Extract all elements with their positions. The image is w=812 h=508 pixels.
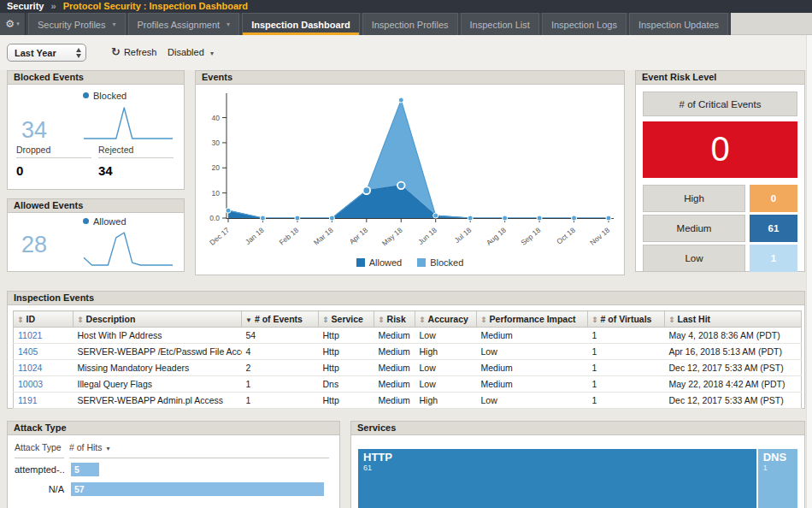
tab-inspection-logs[interactable]: Inspection Logs: [542, 13, 627, 35]
attack-type-label: attempted-..: [15, 464, 64, 475]
allowed-events-panel: Allowed Events 28 Allowed: [7, 198, 185, 272]
svg-text:May 18: May 18: [380, 226, 404, 248]
events-panel: Events 0.010203040Dec 17Jan 18Feb 18Mar …: [195, 70, 625, 275]
chevron-down-icon: ▾: [112, 21, 115, 28]
cell-last-hit: Apr 16, 2018 5:13 AM (PDT): [665, 344, 802, 360]
cell-risk: Medium: [374, 376, 415, 393]
blocked-events-panel: Blocked Events 34 Blocked Dropped 0 Reje…: [7, 70, 185, 190]
cell-virtuals: 1: [588, 376, 665, 393]
risk-label-low: Low: [643, 245, 745, 272]
svg-text:Feb 18: Feb 18: [277, 226, 300, 247]
cell-last-hit: May 22, 2018 4:42 AM (PDT): [665, 376, 802, 393]
panel-title: Events: [196, 71, 624, 85]
spark-legend: Blocked: [83, 91, 127, 101]
blocked-total: 34: [21, 117, 47, 144]
cell-performance-impact: Medium: [477, 376, 588, 393]
tab-inspection-profiles[interactable]: Inspection Profiles: [362, 13, 458, 35]
svg-text:30: 30: [212, 139, 221, 147]
sort-icon: ⇕: [378, 316, 385, 324]
column-header-events[interactable]: ▼# of Events: [242, 311, 319, 328]
panel-title: Blocked Events: [8, 71, 184, 85]
treemap-block-dns[interactable]: DNS 1: [758, 449, 797, 508]
attack-type-bar[interactable]: 57: [71, 482, 324, 496]
blocked-sparkline: [81, 102, 175, 141]
cell-last-hit: Dec 12, 2017 5:33 AM (PST): [665, 360, 802, 376]
event-id-link[interactable]: 1191: [18, 395, 38, 405]
events-legend: Allowed Blocked: [196, 257, 624, 268]
table-row: 1191 SERVER-WEBAPP Admin.pl Access 1 Htt…: [14, 393, 802, 409]
breadcrumb-section[interactable]: Security: [7, 1, 44, 11]
tab-label: Inspection List: [470, 20, 530, 30]
auto-refresh-dropdown[interactable]: Disabled ▾: [168, 47, 214, 57]
cell-service: Http: [319, 360, 374, 376]
tab-inspection-dashboard[interactable]: Inspection Dashboard: [242, 13, 360, 35]
cell-accuracy: Low: [415, 328, 477, 344]
svg-text:10: 10: [212, 189, 221, 198]
cell-performance-impact: Medium: [477, 328, 588, 344]
legend-dot-icon: [83, 92, 89, 98]
svg-text:Mar 18: Mar 18: [312, 226, 335, 247]
attack-type-row: attempted-.. 5: [15, 463, 331, 476]
cell-risk: Medium: [374, 360, 415, 376]
chevron-down-icon: ▾: [210, 50, 214, 57]
svg-text:Jan 18: Jan 18: [244, 226, 266, 246]
risk-label-medium: Medium: [643, 215, 745, 242]
cell-description: Illegal Query Flags: [74, 376, 242, 393]
column-header-last-hit[interactable]: ⇕Last Hit: [665, 311, 802, 328]
risk-label-high: High: [643, 185, 745, 212]
scrollbar[interactable]: [806, 35, 812, 508]
event-id-link[interactable]: 10003: [18, 379, 43, 389]
hits-sort-dropdown[interactable]: # of Hits▾: [69, 442, 329, 458]
svg-text:Sep 18: Sep 18: [519, 226, 542, 247]
svg-text:Aug 18: Aug 18: [485, 226, 508, 247]
legend-item-blocked: Blocked: [417, 257, 463, 268]
attack-type-bar[interactable]: 5: [71, 463, 99, 476]
sort-icon: ⇕: [591, 316, 598, 324]
critical-events-label: # of Critical Events: [643, 92, 797, 116]
column-header-virtuals[interactable]: ⇕# of Virtuals: [588, 311, 665, 328]
refresh-label: Refresh: [124, 47, 157, 57]
svg-text:0.0: 0.0: [209, 214, 220, 222]
table-row: 11024 Missing Mandatory Headers 2 Http M…: [14, 360, 802, 376]
attack-type-label: N/A: [15, 484, 64, 494]
column-header-description[interactable]: ⇕Description: [74, 311, 242, 328]
column-header-performance-impact[interactable]: ⇕Performance Impact: [477, 311, 588, 328]
refresh-button[interactable]: ↻ Refresh: [111, 46, 156, 57]
table-header-row: ⇕ID ⇕Description ▼# of Events ⇕Service ⇕…: [14, 311, 802, 328]
event-risk-level-panel: Event Risk Level # of Critical Events 0 …: [635, 70, 805, 272]
settings-menu-button[interactable]: ⚙▾: [0, 13, 26, 35]
event-id-link[interactable]: 11024: [18, 363, 42, 373]
column-header-service[interactable]: ⇕Service: [319, 311, 374, 328]
panel-title: Services: [351, 422, 804, 435]
cell-performance-impact: Low: [477, 344, 588, 360]
cell-description: Host With IP Address: [74, 328, 242, 344]
tab-security-profiles[interactable]: Security Profiles ▾: [28, 13, 126, 35]
events-stacked-area-chart: 0.010203040Dec 17Jan 18Feb 18Mar 18Apr 1…: [197, 86, 621, 256]
protocol-security-dashboard: Security » Protocol Security : Inspectio…: [0, 0, 812, 508]
column-header-accuracy[interactable]: ⇕Accuracy: [415, 311, 477, 328]
legend-swatch-allowed: [356, 258, 365, 267]
event-id-link[interactable]: 11021: [18, 330, 42, 340]
cell-events: 2: [242, 360, 319, 376]
tab-label: Profiles Assignment: [138, 20, 221, 30]
event-id-link[interactable]: 1405: [18, 346, 38, 357]
tab-label: Inspection Logs: [551, 20, 617, 30]
chevron-down-icon: ▾: [107, 445, 110, 452]
attack-type-panel: Attack Type Attack Type# of Hits▾ attemp…: [7, 421, 340, 508]
breadcrumb: Security » Protocol Security : Inspectio…: [0, 0, 812, 13]
cell-events: 4: [242, 344, 319, 360]
stat-dropped: Dropped 0: [16, 145, 98, 178]
panel-title: Inspection Events: [8, 292, 804, 305]
attack-type-row: N/A 57: [15, 482, 331, 496]
legend-dot-icon: [83, 218, 89, 224]
tab-inspection-updates[interactable]: Inspection Updates: [629, 13, 728, 35]
time-range-select[interactable]: Last Year: [7, 44, 86, 62]
tab-inspection-list[interactable]: Inspection List: [461, 13, 539, 35]
spark-legend: Allowed: [83, 216, 127, 227]
column-header-risk[interactable]: ⇕Risk: [374, 311, 415, 328]
panel-title: Event Risk Level: [636, 71, 804, 85]
column-header-id[interactable]: ⇕ID: [14, 311, 74, 328]
treemap-block-http[interactable]: HTTP 61: [358, 449, 756, 508]
cell-accuracy: High: [415, 344, 477, 360]
tab-profiles-assignment[interactable]: Profiles Assignment ▾: [128, 13, 240, 35]
